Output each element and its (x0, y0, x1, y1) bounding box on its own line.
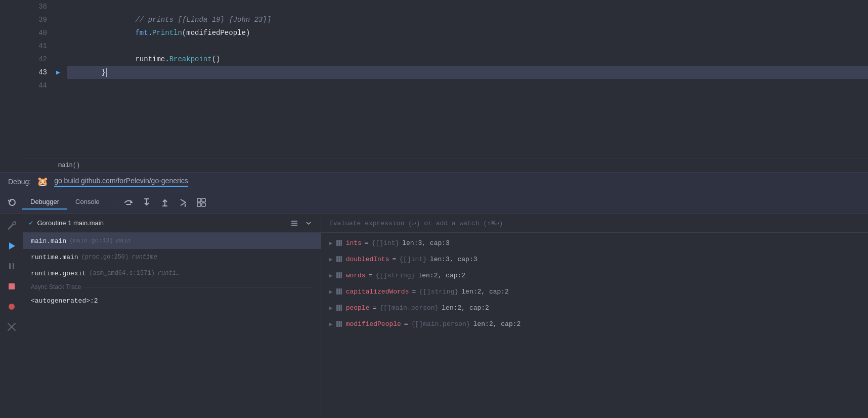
var-type-people: {[]main.person} (379, 304, 439, 312)
svg-rect-33 (338, 305, 340, 311)
play-icon[interactable] (4, 238, 20, 254)
restart-button[interactable] (4, 194, 20, 211)
step-into-button[interactable] (139, 194, 155, 211)
stack-frame-autogenerated[interactable]: <autogenerated>:2 (23, 292, 321, 309)
frame-name-0: main.main (31, 237, 66, 245)
mute-icon[interactable] (4, 319, 20, 335)
var-eq-ints: = (365, 239, 369, 247)
wrench-icon[interactable] (4, 218, 20, 234)
code-panel: 38 39 40 41 42 43 44 ▶ // prints (23, 0, 868, 172)
check-icon: ✓ (29, 219, 33, 227)
var-eq-doubledInts: = (392, 256, 396, 263)
var-type-words: {[]string} (375, 272, 415, 279)
var-eq-people: = (372, 304, 376, 312)
var-eq-words: = (369, 272, 373, 279)
vars-panel: Evaluate expression (↵) or add a watch (… (321, 214, 868, 418)
step-out-button[interactable] (157, 194, 173, 211)
svg-rect-30 (338, 288, 340, 295)
var-name-capitalizedWords: capitalizedWords (346, 288, 409, 296)
var-item-people[interactable]: ▶ people = {[]main.person} len:2, cap:2 (321, 300, 868, 316)
variables-button[interactable] (193, 194, 209, 211)
var-value-capitalizedWords: len:2, cap:2 (461, 288, 509, 296)
run-cursor-button[interactable] (175, 194, 191, 211)
code-line-43: } (67, 66, 868, 79)
svg-rect-31 (340, 288, 342, 295)
expand-icon-people[interactable]: ▶ (329, 305, 333, 311)
goroutine-list-button[interactable] (288, 217, 300, 229)
var-type-icon-doubledInts (336, 256, 343, 263)
goroutine-icons (288, 217, 315, 229)
svg-rect-24 (338, 256, 340, 262)
expand-icon-modifiedPeople[interactable]: ▶ (329, 321, 333, 327)
bottom-panel: ✓ Goroutine 1 main.main (0, 214, 868, 418)
goroutine-dropdown-button[interactable] (302, 217, 315, 229)
step-out-icon (160, 197, 170, 207)
var-type-icon-words (336, 272, 343, 279)
frame-name-1: runtime.main (31, 254, 78, 261)
var-name-ints: ints (346, 239, 362, 247)
var-type-icon-capitalizedWords (336, 288, 343, 295)
var-type-icon-modifiedPeople (336, 320, 343, 327)
var-value-modifiedPeople: len:2, cap:2 (473, 320, 521, 328)
step-over-button[interactable] (120, 194, 137, 211)
var-item-words[interactable]: ▶ words = {[]string} len:2, cap:2 (321, 267, 868, 283)
svg-rect-20 (336, 240, 338, 246)
var-item-ints[interactable]: ▶ ints = {[]int} len:3, cap:3 (321, 235, 868, 251)
line-number-44: 44 (38, 79, 47, 92)
var-item-modifiedPeople[interactable]: ▶ modifiedPeople = {[]main.person} len:2… (321, 316, 868, 332)
svg-rect-29 (336, 288, 338, 295)
line-number-39: 39 (38, 13, 47, 26)
debug-title: go build github.com/forPelevin/go-generi… (54, 177, 188, 187)
code-line-38 (67, 0, 868, 13)
gutter-38 (53, 0, 63, 13)
gutter-42 (53, 53, 63, 66)
svg-rect-7 (202, 198, 205, 202)
var-type-modifiedPeople: {[]main.person} (411, 320, 470, 328)
left-sidebar (0, 0, 23, 172)
svg-rect-21 (338, 240, 340, 246)
frame-name-2: runtime.goexit (31, 270, 86, 277)
line-number-40: 40 (38, 26, 47, 39)
svg-rect-25 (340, 256, 342, 262)
svg-rect-28 (340, 272, 342, 278)
code-comment-39: // prints [{Linda 19} {John 23}] (67, 13, 271, 26)
stop-icon[interactable] (4, 278, 20, 295)
var-value-words: len:2, cap:2 (418, 272, 465, 279)
gutter: ▶ (53, 0, 63, 158)
line-number-41: 41 (38, 39, 47, 53)
svg-rect-37 (340, 321, 342, 327)
evaluate-bar[interactable]: Evaluate expression (↵) or add a watch (… (321, 214, 868, 233)
variables-icon (196, 197, 206, 207)
stack-panel: ✓ Goroutine 1 main.main (23, 214, 321, 418)
var-item-capitalizedWords[interactable]: ▶ capitalizedWords = {[]string} len:2, c… (321, 283, 868, 300)
stack-frame-runtime-goexit[interactable]: runtime.goexit (asm_amd64.s:1571) runti… (23, 265, 321, 281)
code-line-40: fmt.Println(modifiedPeople) (67, 26, 868, 39)
var-name-doubledInts: doubledInts (346, 256, 389, 263)
code-lines: 38 39 40 41 42 43 44 ▶ // prints (23, 0, 868, 158)
stack-frame-runtime-main[interactable]: runtime.main (proc.go:250) runtime (23, 249, 321, 265)
pause-icon[interactable] (4, 258, 20, 274)
var-name-modifiedPeople: modifiedPeople (346, 320, 401, 328)
svg-rect-11 (9, 263, 11, 269)
var-eq-capitalizedWords: = (412, 288, 416, 296)
left-icons (0, 214, 23, 418)
tab-console[interactable]: Console (67, 195, 108, 210)
stack-frame-main-main[interactable]: main.main (main.go:43) main (23, 233, 321, 249)
expand-icon-ints[interactable]: ▶ (329, 240, 333, 246)
gutter-41 (53, 39, 63, 53)
record-icon[interactable] (4, 299, 20, 315)
expand-icon-doubledInts[interactable]: ▶ (329, 256, 333, 263)
code-line-44 (67, 79, 868, 92)
tab-debugger[interactable]: Debugger (22, 195, 67, 210)
code-content[interactable]: // prints [{Linda 19} {John 23}] fmt.Pri… (63, 0, 868, 158)
var-item-doubledInts[interactable]: ▶ doubledInts = {[]int} len:3, cap:3 (321, 251, 868, 267)
async-divider: Async Stack Trace (23, 281, 321, 292)
step-over-icon (123, 197, 134, 207)
vars-list: ▶ ints = {[]int} len:3, cap:3 ▶ (321, 233, 868, 418)
gutter-43: ▶ (53, 66, 63, 79)
expand-icon-words[interactable]: ▶ (329, 272, 333, 279)
svg-marker-10 (9, 242, 15, 249)
expand-icon-capitalizedWords[interactable]: ▶ (329, 288, 333, 295)
evaluate-label: Evaluate expression (↵) or add a watch (… (329, 219, 503, 227)
svg-rect-26 (336, 272, 338, 278)
